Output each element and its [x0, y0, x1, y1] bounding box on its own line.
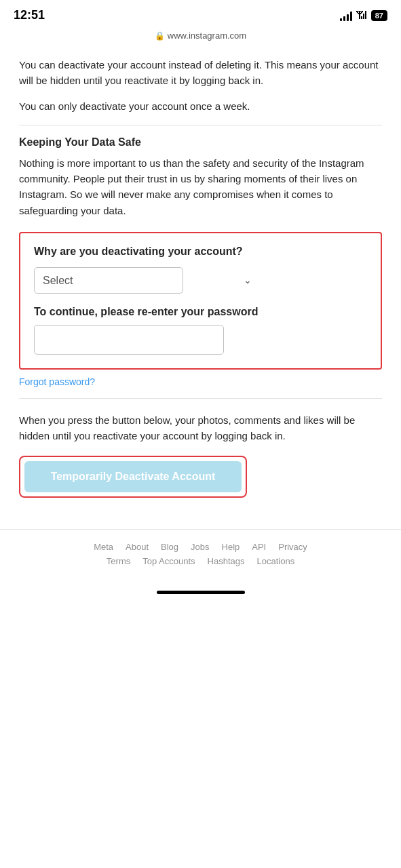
url-text: www.instagram.com	[168, 31, 246, 41]
wifi-icon: 📶︎	[356, 9, 367, 22]
main-content: You can deactivate your account instead …	[0, 46, 401, 529]
paragraph-once-a-week: You can only deactivate your account onc…	[19, 98, 382, 114]
status-icons: 📶︎ 87	[340, 9, 387, 22]
footer-link-terms[interactable]: Terms	[107, 556, 130, 566]
paragraph-deactivate: You can deactivate your account instead …	[19, 57, 382, 89]
chevron-down-icon: ⌄	[244, 275, 252, 285]
deactivate-account-button[interactable]: Temporarily Deactivate Account	[24, 461, 242, 492]
status-time: 12:51	[14, 8, 45, 22]
footer-link-top-accounts[interactable]: Top Accounts	[142, 556, 195, 566]
footer-row-1: Meta About Blog Jobs Help API Privacy	[14, 542, 387, 552]
home-indicator	[157, 591, 245, 594]
lock-icon: 🔒	[155, 31, 165, 41]
divider-1	[19, 125, 382, 125]
form-question: Why are you deactivating your account?	[34, 245, 367, 258]
signal-icon	[340, 10, 352, 21]
reason-select-wrapper: Select ⌄	[34, 267, 367, 294]
footer-link-meta[interactable]: Meta	[94, 542, 113, 552]
status-bar: 12:51 📶︎ 87	[0, 0, 401, 28]
footer: Meta About Blog Jobs Help API Privacy Te…	[0, 529, 401, 584]
footer-link-privacy[interactable]: Privacy	[278, 542, 307, 552]
footer-link-hashtags[interactable]: Hashtags	[208, 556, 245, 566]
footer-link-jobs[interactable]: Jobs	[191, 542, 209, 552]
section-title-data-safe: Keeping Your Data Safe	[19, 136, 382, 149]
password-input[interactable]	[34, 325, 224, 355]
reason-select[interactable]: Select	[34, 267, 183, 294]
paragraph-data-safe: Nothing is more important to us than the…	[19, 155, 382, 218]
deactivate-button-box: Temporarily Deactivate Account	[19, 456, 247, 498]
footer-link-locations[interactable]: Locations	[256, 556, 294, 566]
footer-link-help[interactable]: Help	[222, 542, 240, 552]
info-paragraph: When you press the button below, your ph…	[19, 412, 382, 444]
footer-link-blog[interactable]: Blog	[161, 542, 178, 552]
url-bar: 🔒 www.instagram.com	[0, 28, 401, 46]
footer-row-2: Terms Top Accounts Hashtags Locations	[14, 556, 387, 566]
battery-indicator: 87	[371, 10, 387, 21]
footer-link-api[interactable]: API	[252, 542, 266, 552]
password-label: To continue, please re-enter your passwo…	[34, 306, 367, 318]
footer-link-about[interactable]: About	[126, 542, 149, 552]
forgot-password-link[interactable]: Forgot password?	[19, 376, 382, 387]
deactivation-form-box: Why are you deactivating your account? S…	[19, 232, 382, 370]
divider-2	[19, 398, 382, 399]
